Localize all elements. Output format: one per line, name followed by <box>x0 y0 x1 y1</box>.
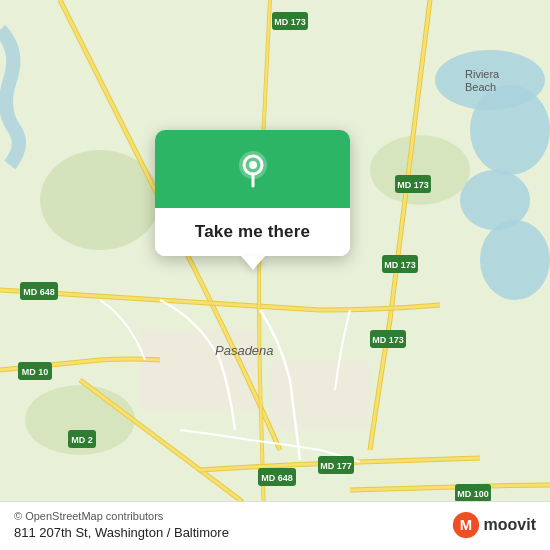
popup-arrow <box>241 256 265 270</box>
attribution-container: © OpenStreetMap contributors 811 207th S… <box>14 510 229 540</box>
moovit-logo: M moovit <box>452 511 536 539</box>
location-pin-icon <box>231 148 275 192</box>
place-label-pasadena: Pasadena <box>215 343 274 358</box>
svg-point-34 <box>249 161 257 169</box>
svg-text:MD 177: MD 177 <box>320 461 352 471</box>
address-text: 811 207th St, Washington / Baltimore <box>14 525 229 540</box>
moovit-brand-icon: M <box>452 511 480 539</box>
svg-text:Beach: Beach <box>465 81 496 93</box>
moovit-brand-name: moovit <box>484 516 536 534</box>
popup-bottom[interactable]: Take me there <box>155 208 350 256</box>
svg-text:MD 10: MD 10 <box>22 367 49 377</box>
svg-text:M: M <box>459 517 471 533</box>
svg-text:Riviera: Riviera <box>465 68 500 80</box>
svg-text:MD 100: MD 100 <box>457 489 489 499</box>
attribution-text: © OpenStreetMap contributors <box>14 510 229 522</box>
svg-text:MD 648: MD 648 <box>23 287 55 297</box>
take-me-there-button[interactable]: Take me there <box>195 222 310 242</box>
popup-top <box>155 130 350 208</box>
bottom-bar: © OpenStreetMap contributors 811 207th S… <box>0 501 550 550</box>
svg-text:MD 173: MD 173 <box>274 17 306 27</box>
svg-point-2 <box>470 85 550 175</box>
svg-point-4 <box>480 220 550 300</box>
svg-text:MD 173: MD 173 <box>384 260 416 270</box>
svg-point-6 <box>370 135 470 205</box>
svg-text:MD 173: MD 173 <box>372 335 404 345</box>
svg-text:MD 2: MD 2 <box>71 435 93 445</box>
map-container: Pasadena Riviera Beach MD 173 MD 173 MD … <box>0 0 550 550</box>
popup-card: Take me there <box>155 130 350 256</box>
svg-rect-9 <box>270 360 370 430</box>
svg-text:MD 173: MD 173 <box>397 180 429 190</box>
svg-text:MD 648: MD 648 <box>261 473 293 483</box>
